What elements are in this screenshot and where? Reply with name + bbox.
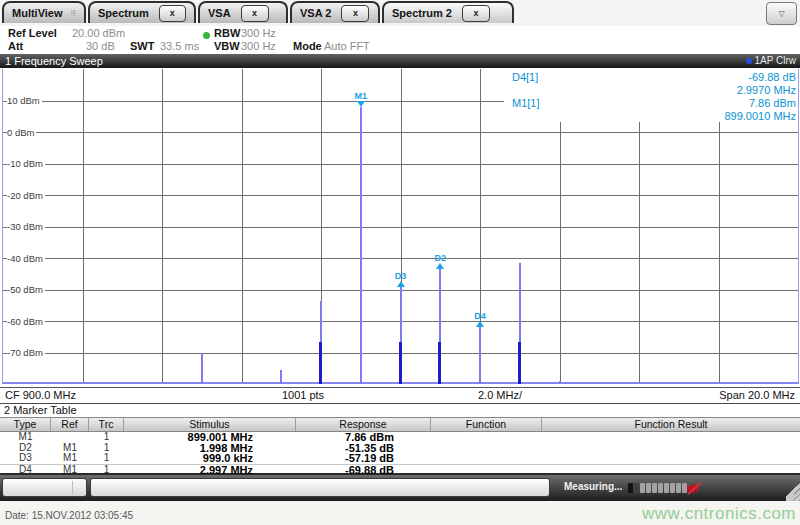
audio-muted-icon[interactable]	[686, 482, 703, 495]
grid-line-horizontal	[3, 258, 798, 259]
att-label[interactable]: Att	[8, 40, 23, 52]
marker-table-header: Type Ref Trc Stimulus Response Function …	[0, 417, 800, 432]
cell-function-result	[542, 453, 800, 464]
y-axis-tick-label: 0 dBm	[7, 127, 36, 138]
center-frequency-label[interactable]: CF 900.0 MHz	[5, 388, 76, 403]
marker-triangle-icon	[397, 281, 405, 287]
footer-strip: Date: 15.NOV.2012 03:05:45 www.cntronics…	[0, 501, 800, 525]
status-bar: Measuring... 15.11.2012 03:05:45	[0, 475, 800, 501]
cell-function-result	[542, 443, 800, 454]
marker-m1-level: 7.86 dBm	[749, 97, 796, 110]
trace-spike	[360, 107, 362, 384]
progress-segment	[628, 483, 633, 493]
settings-bar: Ref Level 20.00 dBm RBW 300 Hz Att 30 dB…	[0, 26, 800, 54]
marker-d2[interactable]: D2	[423, 254, 457, 269]
column-header-type: Type	[0, 418, 51, 431]
marker-d4[interactable]: D4	[463, 312, 497, 327]
x-axis-bar: CF 900.0 MHz 1001 pts 2.0 MHz/ Span 20.0…	[0, 388, 800, 404]
table-row-d3[interactable]: D3 M1 1 999.0 kHz -57.19 dB	[0, 453, 800, 464]
ref-level-label[interactable]: Ref Level	[8, 27, 57, 39]
marker-d3[interactable]: D3	[384, 272, 418, 287]
marker-m1-frequency: 899.0010 MHz	[724, 110, 796, 123]
marker-info-panel: D4[1] -69.88 dB 2.9970 MHz M1[1] 7.86 dB…	[504, 69, 798, 122]
marker-table-section: 2 Marker Table Type Ref Trc Stimulus Res…	[0, 404, 800, 475]
marker-triangle-icon	[357, 101, 365, 107]
att-value: 30 dB	[86, 40, 115, 52]
scale-per-division-label: 2.0 MHz/	[458, 388, 542, 403]
tab-overflow-dropdown-button[interactable]: ▽	[766, 2, 797, 25]
progress-segment	[658, 483, 663, 493]
trace-spike-base	[518, 342, 521, 384]
close-icon[interactable]: x	[159, 5, 186, 22]
close-icon[interactable]: x	[341, 5, 369, 22]
trace-legend-label: 1AP Clrw	[755, 54, 797, 68]
marker-label: D2	[423, 254, 457, 263]
marker-triangle-icon	[476, 321, 484, 327]
y-axis-tick-label: 10 dBm	[7, 95, 42, 106]
tab-label: Spectrum	[98, 7, 149, 19]
marker-d4-name: D4[1]	[512, 71, 538, 84]
y-axis-tick-label: -60 dBm	[7, 316, 45, 327]
marker-triangle-icon	[436, 263, 444, 269]
screenshot-date-text: Date: 15.NOV.2012 03:05:45	[5, 510, 133, 521]
tab-label: Spectrum 2	[392, 7, 452, 19]
table-row-m1[interactable]: M1 1 899.001 MHz 7.86 dBm	[0, 432, 800, 443]
table-row-d4[interactable]: D4 M1 1 2.997 MHz -69.88 dB	[0, 464, 800, 476]
swt-label[interactable]: SWT	[130, 40, 154, 52]
vbw-label[interactable]: VBW	[214, 40, 240, 52]
tab-multiview[interactable]: MultiView	[2, 1, 86, 23]
plot-header: 1 Frequency Sweep 1AP Clrw	[0, 54, 800, 68]
trace-spike	[479, 327, 481, 384]
y-axis-tick-label: -70 dBm	[7, 347, 45, 358]
trace-spike-base	[319, 342, 322, 384]
grid-line-horizontal	[3, 132, 798, 133]
progress-segment	[676, 483, 681, 493]
y-axis-tick-label: -20 dBm	[7, 190, 45, 201]
table-row-d2[interactable]: D2 M1 1 1.998 MHz -51.35 dB	[0, 443, 800, 454]
close-icon[interactable]: x	[241, 5, 269, 22]
tab-vsa[interactable]: VSA x	[198, 1, 288, 23]
grid-line-horizontal	[3, 195, 798, 196]
marker-m1[interactable]: M1	[344, 92, 378, 107]
span-label[interactable]: Span 20.0 MHz	[719, 388, 795, 403]
mode-label[interactable]: Mode	[293, 40, 322, 52]
marker-label: D4	[463, 312, 497, 321]
marker-m1-name: M1[1]	[512, 97, 540, 110]
cell-function	[431, 443, 542, 454]
tab-vsa-2[interactable]: VSA 2 x	[290, 1, 380, 23]
status-input-small[interactable]	[2, 478, 87, 497]
progress-segment	[646, 483, 651, 493]
trace-spike	[519, 263, 521, 384]
resize-grip[interactable]	[786, 475, 800, 501]
column-header-ref: Ref	[51, 418, 89, 431]
column-header-function: Function	[431, 418, 542, 431]
rbw-coupled-indicator-icon	[203, 32, 210, 39]
trace-spike	[400, 287, 402, 384]
tab-bar: MultiView Spectrum x VSA x VSA 2 x Spect…	[0, 0, 800, 26]
progress-segment	[640, 483, 645, 493]
swt-value: 33.5 ms	[160, 40, 199, 52]
y-axis-tick-label: -40 dBm	[7, 253, 45, 264]
trace-legend[interactable]: 1AP Clrw	[746, 54, 797, 68]
marker-d4-level: -69.88 dB	[748, 71, 796, 84]
plot-grid: D4[1] -69.88 dB 2.9970 MHz M1[1] 7.86 dB…	[2, 69, 799, 384]
marker-label: D3	[384, 272, 418, 281]
column-header-trc: Trc	[89, 418, 124, 431]
marker-label: M1	[344, 92, 378, 101]
rbw-label[interactable]: RBW	[214, 27, 240, 39]
progress-segment	[634, 483, 639, 493]
tab-spectrum-2[interactable]: Spectrum 2 x	[382, 1, 514, 23]
cell-response: -57.19 dB	[296, 453, 431, 464]
tab-spectrum[interactable]: Spectrum x	[88, 1, 196, 23]
spectrum-analyzer-screen: MultiView Spectrum x VSA x VSA 2 x Spect…	[0, 0, 800, 525]
cell-stimulus: 999.0 kHz	[124, 453, 296, 464]
status-input-large[interactable]	[90, 478, 550, 497]
sweep-points-label: 1001 pts	[268, 388, 338, 403]
grid-line-horizontal	[3, 227, 798, 228]
trace-spike	[320, 301, 322, 385]
y-axis-tick-label: -50 dBm	[7, 284, 45, 295]
close-icon[interactable]: x	[462, 5, 490, 22]
spectrum-plot[interactable]: D4[1] -69.88 dB 2.9970 MHz M1[1] 7.86 dB…	[0, 68, 800, 388]
multiview-grid-icon	[71, 7, 76, 19]
rbw-value: 300 Hz	[241, 27, 276, 39]
